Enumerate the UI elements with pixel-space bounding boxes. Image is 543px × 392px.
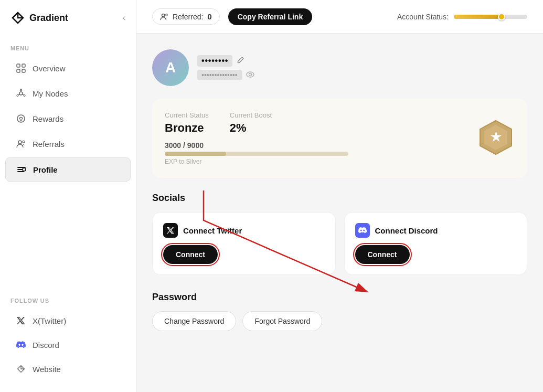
sidebar-item-overview[interactable]: Overview xyxy=(5,57,131,80)
twitter-card-icon xyxy=(163,223,178,238)
discord-follow-label: Discord xyxy=(33,341,59,349)
follow-label: FOLLOW US xyxy=(0,288,136,308)
discord-connect-button[interactable]: Connect xyxy=(355,245,410,264)
bronze-badge: ★ xyxy=(477,119,515,158)
account-status-bar xyxy=(454,15,527,19)
socials-title: Socials xyxy=(152,193,527,204)
copy-referral-button[interactable]: Copy Referral Link xyxy=(228,8,312,25)
password-buttons: Change Password Forgot Password xyxy=(152,311,527,331)
twitter-connect-button[interactable]: Connect xyxy=(163,245,218,264)
main-content: Referred: 0 Copy Referral Link Account S… xyxy=(136,0,543,392)
avatar: A xyxy=(152,49,189,86)
svg-point-20 xyxy=(247,72,254,77)
account-status: Account Status: xyxy=(397,13,527,21)
main-wrapper: Referred: 0 Copy Referral Link Account S… xyxy=(136,0,543,392)
svg-point-17 xyxy=(23,168,26,171)
referral-icon xyxy=(160,13,168,21)
svg-point-4 xyxy=(19,92,23,95)
current-boost-section: Current Boost 2% xyxy=(230,111,272,135)
svg-point-18 xyxy=(162,14,165,16)
referred-count: 0 xyxy=(207,12,211,21)
sidebar-item-referrals[interactable]: Referrals xyxy=(5,132,131,155)
logo-area: Gradient ‹ xyxy=(0,0,136,36)
website-follow-label: Website xyxy=(33,365,61,374)
svg-point-6 xyxy=(24,95,25,97)
sidebar-item-profile[interactable]: Profile xyxy=(5,157,131,182)
svg-point-13 xyxy=(23,141,25,143)
discord-social-card: Connect Discord Connect xyxy=(344,212,528,275)
current-status-label: Current Status xyxy=(165,111,209,119)
menu-label: MENU xyxy=(0,36,136,56)
discord-icon xyxy=(16,340,26,350)
socials-section: Socials Connect Twitter Connect xyxy=(152,193,527,275)
referred-label: Referred: xyxy=(173,13,203,21)
account-status-label: Account Status: xyxy=(397,13,449,21)
email-row: •••••••••••••• xyxy=(197,70,254,80)
discord-header: Connect Discord xyxy=(355,223,517,238)
svg-rect-1 xyxy=(22,64,25,67)
status-bar-fill xyxy=(454,15,502,19)
exp-bar-track xyxy=(165,152,348,156)
discord-connect-label: Connect Discord xyxy=(375,226,438,235)
svg-point-12 xyxy=(18,141,22,144)
socials-grid: Connect Twitter Connect Connect Discord xyxy=(152,212,527,275)
password-title: Password xyxy=(152,292,527,303)
twitter-follow-label: X(Twitter) xyxy=(33,316,66,325)
my-nodes-label: My Nodes xyxy=(33,89,68,98)
svg-rect-0 xyxy=(17,64,20,67)
rewards-icon xyxy=(16,113,26,124)
sidebar-bottom: FOLLOW US X(Twitter) Discord xyxy=(0,288,136,392)
status-knob xyxy=(498,13,505,20)
exp-to-silver-label: EXP to Silver xyxy=(165,158,515,165)
profile-icon xyxy=(16,164,27,175)
content-area: A •••••••• •••••••••••••• xyxy=(136,34,543,392)
topbar: Referred: 0 Copy Referral Link Account S… xyxy=(136,0,543,34)
exp-row: 3000 / 9000 EXP to Silver xyxy=(165,141,515,165)
svg-point-19 xyxy=(166,14,168,16)
rewards-label: Rewards xyxy=(33,114,63,123)
sidebar-item-my-nodes[interactable]: My Nodes xyxy=(5,82,131,105)
svg-line-10 xyxy=(18,94,19,96)
twitter-social-card: Connect Twitter Connect xyxy=(152,212,336,275)
profile-label: Profile xyxy=(33,165,58,174)
toggle-email-icon[interactable] xyxy=(246,71,254,79)
password-section: Password Change Password Forgot Password xyxy=(152,292,527,331)
discord-card-icon xyxy=(355,223,370,238)
twitter-connect-label: Connect Twitter xyxy=(183,226,242,235)
referral-pill: Referred: 0 xyxy=(152,8,220,25)
current-status-section: Current Status Bronze xyxy=(165,111,209,135)
referrals-icon xyxy=(16,139,26,149)
exp-bar-fill xyxy=(165,152,226,156)
svg-line-9 xyxy=(23,94,24,96)
hexagon-badge-svg: ★ xyxy=(477,119,515,156)
profile-header: A •••••••• •••••••••••••• xyxy=(152,49,527,86)
logo-text: Gradient xyxy=(29,13,68,24)
svg-rect-3 xyxy=(22,69,25,72)
overview-label: Overview xyxy=(33,64,66,73)
sidebar-collapse-button[interactable]: ‹ xyxy=(123,13,125,23)
twitter-header: Connect Twitter xyxy=(163,223,325,238)
svg-text:★: ★ xyxy=(489,129,503,145)
username-row: •••••••• xyxy=(197,55,254,67)
sidebar-item-rewards[interactable]: Rewards xyxy=(5,107,131,130)
sidebar-item-twitter[interactable]: X(Twitter) xyxy=(5,309,131,332)
sidebar-item-website[interactable]: Website xyxy=(5,357,131,380)
svg-point-7 xyxy=(17,95,18,97)
profile-info: •••••••• •••••••••••••• xyxy=(197,55,254,80)
nodes-icon xyxy=(16,88,26,99)
current-boost-value: 2% xyxy=(230,121,247,134)
current-status-value: Bronze xyxy=(165,121,204,134)
sidebar: Gradient ‹ MENU Overview xyxy=(0,0,136,392)
sidebar-item-discord[interactable]: Discord xyxy=(5,333,131,356)
referrals-label: Referrals xyxy=(33,140,65,149)
status-card: Current Status Bronze Current Boost 2% ★ xyxy=(152,99,527,178)
change-password-button[interactable]: Change Password xyxy=(152,311,236,331)
svg-point-21 xyxy=(249,73,251,76)
forgot-password-button[interactable]: Forgot Password xyxy=(242,311,322,331)
edit-username-icon[interactable] xyxy=(237,56,244,66)
overview-icon xyxy=(16,63,26,73)
status-top: Current Status Bronze Current Boost 2% ★ xyxy=(165,111,515,135)
twitter-icon xyxy=(16,315,26,326)
email-masked: •••••••••••••• xyxy=(197,70,242,80)
logo-icon xyxy=(10,10,25,25)
